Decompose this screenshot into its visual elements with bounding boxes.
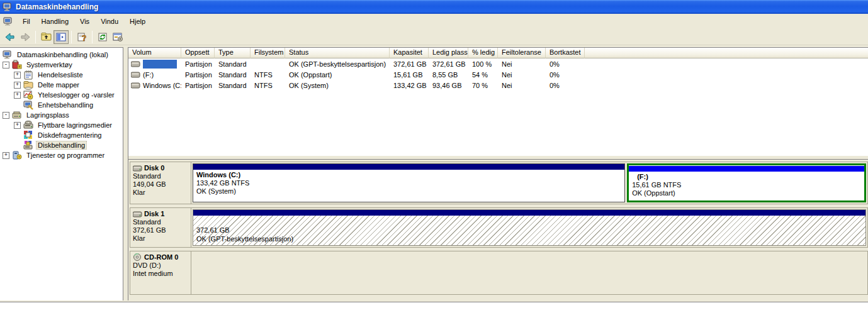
menu-hjelp[interactable]: Hjelp <box>124 16 151 27</box>
column-header-status[interactable]: Status <box>285 48 390 58</box>
console-window-button[interactable] <box>110 30 125 44</box>
column-header-feiltoleranse[interactable]: Feiltoleranse <box>498 48 546 58</box>
tree-item-disk-defragmenter[interactable]: Diskdefragmentering <box>0 130 123 140</box>
disk-1-row: Disk 1 Standard 372,61 GB Klar 372,61 GB… <box>130 207 868 248</box>
column-header-pct-ledig[interactable]: % ledig <box>468 48 498 58</box>
volume-row-f[interactable]: (F:) Partisjon Standard NTFS OK (Oppstar… <box>128 69 868 80</box>
cell-filsystem: NTFS <box>251 82 285 89</box>
tree-item-label: Diskdefragmentering <box>36 131 104 140</box>
column-header-bortkastet[interactable]: Bortkastet <box>546 48 585 58</box>
tree-item-storage[interactable]: - Lagringsplass <box>0 110 123 120</box>
primary-partition-stripe <box>193 210 865 216</box>
column-header-type[interactable]: Type <box>215 48 251 58</box>
column-header-oppsett[interactable]: Oppsett <box>181 48 215 58</box>
cdrom-0-header[interactable]: CD-ROM 0 DVD (D:) Intet medium <box>130 251 191 294</box>
partition-status: OK (Oppstart) <box>632 189 861 197</box>
cell-kapasitet: 15,61 GB <box>390 71 429 79</box>
storage-icon <box>12 110 22 120</box>
tree-item-shared-folders[interactable]: + Delte mapper <box>0 80 123 90</box>
tree-item-device-manager[interactable]: Enhetsbehandling <box>0 100 123 110</box>
expand-box[interactable]: + <box>14 122 21 129</box>
show-hide-console-tree-button[interactable] <box>54 30 69 44</box>
expand-box[interactable]: + <box>14 72 21 79</box>
collapse-box[interactable]: - <box>3 62 9 69</box>
disk-size: 372,61 GB <box>133 226 189 234</box>
tree-item-performance-logs[interactable]: + Ytelseslogger og -varsler <box>0 90 123 100</box>
cell-type: Standard <box>215 60 251 68</box>
cell-ledig-plass: 8,55 GB <box>429 71 468 79</box>
drive-letter: DVD (D:) <box>133 261 189 270</box>
partition-name: Windows (C:) <box>196 171 621 179</box>
cell-volum: (F:) <box>143 71 154 79</box>
child-window-computer-icon[interactable] <box>3 16 13 26</box>
partition-size: 372,61 GB <box>196 226 865 234</box>
disk-1-header[interactable]: Disk 1 Standard 372,61 GB Klar <box>130 208 191 247</box>
services-icon <box>12 150 22 160</box>
disk-0-header[interactable]: Disk 0 Standard 149,04 GB Klar <box>130 162 191 204</box>
help-button[interactable]: ? <box>74 30 89 44</box>
computer-icon <box>3 2 13 12</box>
cell-ledig-plass: 93,46 GB <box>429 82 468 89</box>
partition-f-selected[interactable]: (F:) 15,61 GB NTFS OK (Oppstart) <box>627 163 866 202</box>
cell-type: Standard <box>215 82 251 89</box>
column-header-volum[interactable]: Volum <box>128 48 181 58</box>
menu-vis[interactable]: Vis <box>74 16 95 27</box>
disk-name: CD-ROM 0 <box>144 253 178 261</box>
collapse-box[interactable]: - <box>3 112 9 119</box>
disk-management-icon <box>23 140 33 150</box>
tree-item-removable-storage[interactable]: + Flyttbare lagringsmedier <box>0 120 123 130</box>
computer-icon <box>3 50 13 60</box>
expand-box[interactable]: + <box>14 92 21 99</box>
column-header-ledig-plass[interactable]: Ledig plass <box>429 48 468 58</box>
cell-filsystem: NTFS <box>251 71 285 79</box>
disk-1-partitions: 372,61 GB OK (GPT-beskyttelsespartisjon) <box>191 208 867 247</box>
tree-item-disk-management[interactable]: Diskbehandling <box>0 140 123 150</box>
disk-name: Disk 0 <box>144 164 164 172</box>
disk-type: Standard <box>133 218 189 226</box>
window-title: Datamaskinbehandling <box>16 3 98 11</box>
tree-item-label: Lagringsplass <box>25 111 71 119</box>
disk-status: Klar <box>133 189 189 197</box>
refresh-button[interactable] <box>95 30 110 44</box>
cell-feiltoleranse: Nei <box>498 71 546 79</box>
back-button[interactable] <box>3 30 18 44</box>
volume-row-gpt[interactable]: Partisjon Standard OK (GPT-beskyttelsesp… <box>128 58 868 69</box>
title-bar: Datamaskinbehandling <box>0 0 868 14</box>
menu-handling[interactable]: Handling <box>36 16 74 27</box>
console-tree: Datamaskinbehandling (lokal) - Systemver… <box>0 47 123 300</box>
volume-list: Volum Oppsett Type Filsystem Status Kapa… <box>128 47 868 156</box>
cell-feiltoleranse: Nei <box>498 82 546 89</box>
volume-row-windows-c[interactable]: Windows (C:) Partisjon Standard NTFS OK … <box>128 80 868 91</box>
volume-icon <box>131 72 140 78</box>
cell-volum: Windows (C:) <box>143 82 181 89</box>
menu-vindu[interactable]: Vindu <box>95 16 124 27</box>
system-tools-icon <box>12 60 22 70</box>
cell-kapasitet: 133,42 GB <box>390 82 429 89</box>
toolbar: ? <box>0 29 868 45</box>
menu-fil[interactable]: Fil <box>17 16 36 27</box>
tree-item-services-and-applications[interactable]: + Tjenester og programmer <box>0 150 123 160</box>
column-header-filsystem[interactable]: Filsystem <box>251 48 285 58</box>
partition-status: OK (System) <box>196 187 621 195</box>
forward-button[interactable] <box>18 30 33 44</box>
removable-storage-icon <box>23 120 33 130</box>
partition-windows-c[interactable]: Windows (C:) 133,42 GB NTFS OK (System) <box>193 163 625 202</box>
tree-item-label: Tjenester og programmer <box>25 151 106 160</box>
cdrom-icon <box>133 253 143 261</box>
up-one-level-button[interactable] <box>38 30 54 44</box>
tree-item-system-tools[interactable]: - Systemverktøy <box>0 60 123 70</box>
disk-name: Disk 1 <box>144 210 164 218</box>
performance-logs-icon <box>23 90 33 100</box>
partition-gpt-protective[interactable]: 372,61 GB OK (GPT-beskyttelsespartisjon) <box>193 209 866 246</box>
hatched-selection-area: 372,61 GB OK (GPT-beskyttelsespartisjon) <box>193 216 865 245</box>
back-icon <box>5 32 15 42</box>
tree-item-computer-management-local[interactable]: Datamaskinbehandling (lokal) <box>0 50 123 60</box>
tree-item-event-viewer[interactable]: + Hendelsesliste <box>0 70 123 80</box>
column-header-kapasitet[interactable]: Kapasitet <box>390 48 429 58</box>
expand-box[interactable]: + <box>14 82 21 89</box>
menu-bar: Fil Handling Vis Vindu Hjelp <box>0 14 868 29</box>
cell-bortkastet: 0% <box>546 82 585 89</box>
tree-item-label: Hendelsesliste <box>36 70 85 79</box>
cell-pct-ledig: 100 % <box>468 60 498 68</box>
expand-box[interactable]: + <box>3 152 9 159</box>
